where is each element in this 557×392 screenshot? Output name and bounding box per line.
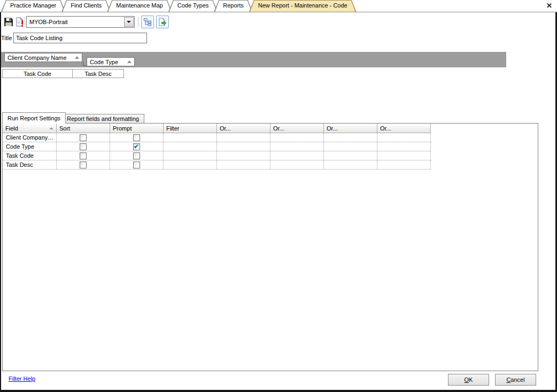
toolbar-separator <box>138 17 138 27</box>
tab-code-types[interactable]: Code Types <box>168 0 218 12</box>
title-input[interactable] <box>13 33 147 43</box>
group-by-band: Client Company Name Code Type <box>0 52 506 67</box>
report-structure-icon <box>143 18 152 26</box>
sort-checkbox[interactable] <box>80 134 87 141</box>
or-cell[interactable] <box>324 133 377 142</box>
group-connector-line <box>83 62 87 66</box>
report-format-value: MYOB-Portrait <box>29 18 68 26</box>
tab-find-clients[interactable]: Find Clients <box>61 0 111 12</box>
save-icon <box>4 17 13 27</box>
field-cell: Client Company… <box>3 133 57 142</box>
grid-row-client-company: Client Company… <box>3 133 431 142</box>
sort-checkbox[interactable] <box>80 162 87 168</box>
tab-new-report-maintenance-code[interactable]: New Report - Maintenance - Code <box>249 0 357 12</box>
prompt-checkbox[interactable] <box>133 162 140 168</box>
group-client-company-name[interactable]: Client Company Name <box>4 53 82 62</box>
or-cell[interactable] <box>324 142 377 151</box>
or-cell[interactable] <box>217 133 270 142</box>
or-cell[interactable] <box>324 151 377 160</box>
col-header-prompt[interactable]: Prompt <box>110 124 164 133</box>
tab-reports[interactable]: Reports <box>214 0 253 12</box>
or-cell[interactable] <box>217 151 270 160</box>
grid-rows: Client Company… Code Type <box>3 133 431 170</box>
field-cell: Task Desc <box>3 160 57 169</box>
report-format-select[interactable]: MYOB-Portrait <box>26 16 135 28</box>
filter-cell[interactable] <box>164 133 217 142</box>
detail-column-headers: Task Code Task Desc <box>2 69 124 78</box>
or-cell[interactable] <box>270 151 324 160</box>
run-report-icon <box>158 18 167 26</box>
report-toolbar: MYOB-Portrait <box>0 14 557 30</box>
col-header-filter[interactable]: Filter <box>164 124 217 133</box>
col-header-or-2[interactable]: Or... <box>270 124 324 133</box>
title-row: Title <box>0 32 557 45</box>
col-header-sort[interactable]: Sort <box>57 124 110 133</box>
col-header-or-1[interactable]: Or... <box>217 124 270 133</box>
report-designer-window: Practice Manager Find Clients Maintenanc… <box>0 0 557 392</box>
filter-cell[interactable] <box>164 142 217 151</box>
or-cell[interactable] <box>217 160 270 169</box>
filter-cell[interactable] <box>164 160 217 169</box>
grid-row-task-code: Task Code <box>3 151 431 160</box>
or-cell[interactable] <box>270 160 324 169</box>
grid-row-task-desc: Task Desc <box>3 160 431 170</box>
report-alert-icon <box>15 17 25 27</box>
col-header-field[interactable]: Field <box>3 124 57 133</box>
tab-run-report-settings[interactable]: Run Report Settings <box>2 112 66 124</box>
sort-asc-icon <box>75 56 79 59</box>
field-cell: Code Type <box>3 142 57 151</box>
toolbar-separator <box>25 17 25 27</box>
main-tabbar: Practice Manager Find Clients Maintenanc… <box>0 0 557 12</box>
cancel-button[interactable]: Cancel <box>495 374 536 386</box>
col-header-or-4[interactable]: Or... <box>377 124 431 133</box>
settings-section: Run Report Settings Report fields and fo… <box>0 112 557 371</box>
close-icon[interactable]: ✕ <box>546 2 552 10</box>
chevron-down-icon[interactable] <box>124 17 134 27</box>
group-code-type[interactable]: Code Type <box>87 57 135 66</box>
or-cell[interactable] <box>377 142 431 151</box>
or-cell[interactable] <box>377 151 431 160</box>
prompt-checkbox[interactable] <box>133 143 140 150</box>
filter-help-link[interactable]: Filter Help <box>9 375 35 382</box>
or-cell[interactable] <box>270 133 324 142</box>
tabbar-divider <box>0 12 557 12</box>
grid-header-row: Field Sort Prompt Filter Or... Or... Or.… <box>3 124 431 133</box>
col-header-or-3[interactable]: Or... <box>324 124 377 133</box>
tab-report-fields-and-formatting[interactable]: Report fields and formatting <box>61 114 144 123</box>
column-header-task-desc[interactable]: Task Desc <box>72 69 124 78</box>
tab-practice-manager[interactable]: Practice Manager <box>1 0 65 12</box>
prompt-checkbox[interactable] <box>133 134 140 141</box>
sort-checkbox[interactable] <box>80 152 87 159</box>
or-cell[interactable] <box>270 142 324 151</box>
filter-cell[interactable] <box>164 151 217 160</box>
run-report-settings-panel: Field Sort Prompt Filter Or... Or... Or.… <box>2 123 538 371</box>
sort-asc-icon <box>49 127 53 129</box>
column-header-task-code[interactable]: Task Code <box>2 69 73 78</box>
run-report-button[interactable] <box>156 16 169 28</box>
field-cell: Task Code <box>3 151 57 160</box>
or-cell[interactable] <box>377 133 431 142</box>
or-cell[interactable] <box>217 142 270 151</box>
prompt-checkbox[interactable] <box>133 152 140 159</box>
sort-checkbox[interactable] <box>80 143 87 150</box>
grid-row-code-type: Code Type <box>3 142 431 151</box>
ok-button[interactable]: OK <box>448 374 489 386</box>
tab-maintenance-map[interactable]: Maintenance Map <box>107 0 172 12</box>
or-cell[interactable] <box>324 160 377 169</box>
or-cell[interactable] <box>377 160 431 169</box>
report-structure-button[interactable] <box>141 16 154 28</box>
title-label: Title <box>1 35 12 41</box>
sort-asc-icon <box>127 60 131 63</box>
